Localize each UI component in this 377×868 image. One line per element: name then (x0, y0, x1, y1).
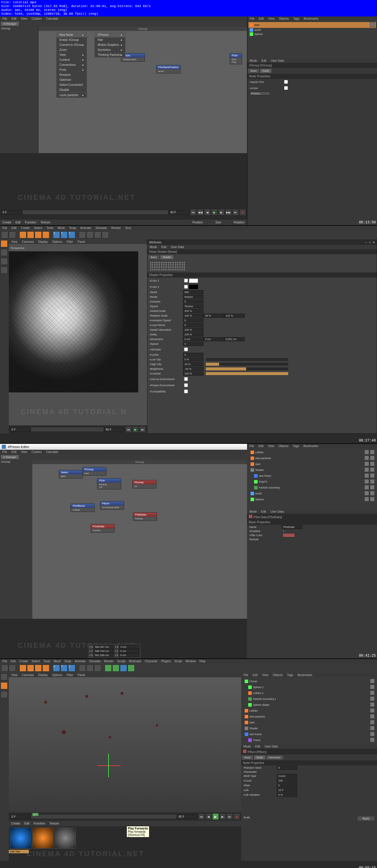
tag-icon[interactable] (365, 467, 369, 472)
rotate-tool[interactable] (42, 664, 50, 672)
checkbox[interactable] (284, 80, 288, 84)
frame-end[interactable]: 90 F (177, 814, 198, 819)
menu-item[interactable]: Convert to XGroup (56, 42, 87, 47)
node-vases[interactable]: VasesBirth (59, 470, 83, 478)
prop-value[interactable]: 100 % (183, 328, 203, 332)
redo-button[interactable] (9, 231, 16, 238)
menu-mode[interactable]: Mode (243, 745, 251, 748)
menu-objects[interactable]: Objects (279, 17, 289, 20)
menu-calculate[interactable]: Calculate (46, 450, 58, 454)
prop-value[interactable]: Texture (183, 304, 203, 308)
menu-userdata[interactable]: User Data (171, 245, 184, 249)
menu-item[interactable]: Edit (10, 660, 16, 663)
tag-icon[interactable] (365, 479, 369, 484)
menu-item[interactable]: Cameras (22, 240, 34, 243)
menu-item[interactable]: View▸ (56, 52, 87, 57)
node-pgroup[interactable]: PGroupAll (132, 480, 156, 489)
menu-item[interactable]: Snap (69, 226, 76, 229)
side-tool[interactable] (1, 682, 8, 689)
prev-frame-button[interactable]: ◀ (204, 209, 210, 215)
menu-item[interactable]: Panel (77, 240, 85, 243)
tree-item[interactable]: Shader (248, 467, 376, 473)
menu-item[interactable]: Character (145, 660, 157, 663)
scale-tool[interactable] (35, 231, 42, 238)
menu-item[interactable]: Tools (47, 226, 53, 229)
tree-item[interactable]: start (248, 461, 376, 467)
noise-preview[interactable] (150, 261, 185, 271)
menu-item[interactable]: Create (21, 226, 30, 229)
tag-icon[interactable] (365, 456, 369, 460)
menu-item[interactable]: Plugins (161, 660, 171, 663)
tree-world[interactable]: world (249, 28, 376, 32)
tag-icon[interactable] (370, 720, 375, 724)
tree-item[interactable]: Tracer (242, 737, 376, 743)
tag-icon[interactable] (370, 732, 375, 736)
tag-icon[interactable] (365, 450, 369, 455)
color-swatch[interactable] (189, 284, 198, 289)
menu-item[interactable]: Edit (11, 226, 17, 229)
checkbox[interactable] (184, 347, 188, 351)
prop-value[interactable]: 100 % (183, 372, 203, 376)
menu-item[interactable]: Select (31, 660, 40, 663)
y-axis-button[interactable]: Y (61, 664, 68, 672)
tag-icon[interactable] (365, 491, 369, 496)
slider[interactable] (206, 367, 288, 370)
x-axis-button[interactable]: X (53, 664, 60, 672)
play-forward-button[interactable]: ▶ (211, 209, 218, 215)
tree-item[interactable]: Shader (242, 725, 376, 731)
tag-icon[interactable] (370, 708, 375, 713)
tool-button[interactable] (127, 664, 135, 672)
node-psurfaceposition[interactable]: PSurfacePosition world (156, 65, 180, 73)
menu-mode[interactable]: Mode (250, 510, 257, 513)
prop-value[interactable]: 101 % (224, 314, 245, 318)
node-pgroup[interactable]: PGroupstart (82, 467, 107, 475)
frame-end[interactable]: 90 F (169, 210, 190, 215)
prop-value[interactable]: Count (277, 774, 297, 778)
prop-value[interactable]: 0.001 cm (224, 337, 245, 341)
frame-end[interactable]: 90 F (104, 427, 125, 432)
menu-mode[interactable]: Mode (150, 245, 157, 249)
menu-file[interactable]: File (2, 450, 7, 454)
menu-calculate[interactable]: Calculate (46, 17, 58, 20)
select-tool[interactable] (20, 231, 26, 238)
prop-value[interactable]: 100 % (183, 314, 203, 318)
menu-edit[interactable]: Edit (259, 444, 263, 448)
protect-button[interactable]: Protect... (250, 91, 270, 96)
window-titlebar[interactable]: Attributes ─□✕ (147, 240, 377, 245)
menu-function[interactable]: Function (34, 822, 45, 825)
menu-mode[interactable]: Mode (250, 59, 257, 62)
goto-start-button[interactable]: ⏮ (190, 209, 197, 215)
tag-icon[interactable] (370, 696, 375, 701)
node-pborn[interactable]: PBornOn Particle Birth (100, 501, 124, 510)
timeline[interactable]: 0 F 3 F 90 F ⏮ ◀ ▶ ▶ ⏭ ● (9, 812, 241, 821)
scale-tool[interactable] (35, 664, 42, 672)
menu-edit[interactable]: Edit (11, 450, 17, 454)
menu-edit[interactable]: Edit (261, 510, 266, 513)
checkbox[interactable] (184, 390, 188, 393)
side-tool[interactable] (1, 267, 8, 274)
tag-icon[interactable] (370, 22, 375, 27)
viewport-3d[interactable] (9, 677, 241, 812)
menu-bookmarks[interactable]: Bookmarks (298, 674, 312, 677)
menu-item[interactable]: Filter (66, 674, 73, 677)
menu-item[interactable]: Select (34, 226, 42, 229)
tree-sphere[interactable]: Sphere (249, 32, 376, 36)
prop-value[interactable]: 0 (183, 323, 203, 327)
menu-custom[interactable]: Custom (31, 17, 41, 20)
tab-node[interactable]: Node (254, 755, 265, 760)
menu-edit[interactable]: Edit (16, 221, 21, 224)
prop-value[interactable]: 0 (277, 766, 297, 770)
menu-file[interactable]: File (243, 674, 248, 677)
tool-button[interactable] (102, 231, 109, 238)
menu-item[interactable]: Filter (66, 240, 73, 243)
menu-edit[interactable]: Edit (24, 822, 29, 825)
menu-objects[interactable]: Objects (279, 444, 289, 448)
tool-button[interactable] (94, 664, 101, 672)
tag-icon[interactable] (370, 467, 375, 472)
viewport-3d[interactable] (9, 251, 138, 393)
menu-view[interactable]: View (21, 17, 27, 20)
tree-item[interactable]: Sphere.1 (242, 684, 376, 690)
apply-button[interactable]: Apply (357, 816, 375, 821)
context-menu-main[interactable]: New Node▸ Empty XGroup Convert to XGroup… (56, 32, 87, 98)
tab-shader[interactable]: Shader (160, 255, 174, 259)
